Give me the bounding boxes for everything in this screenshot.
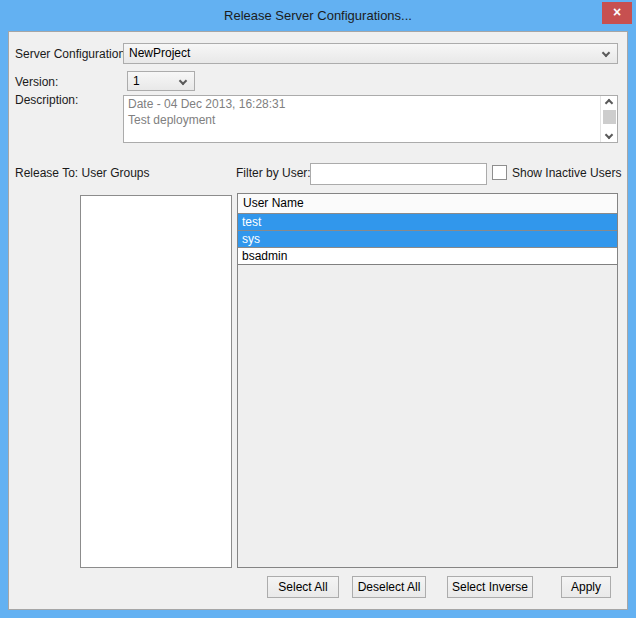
version-label: Version: [15, 75, 58, 89]
scroll-down-button[interactable] [601, 128, 618, 142]
filter-by-user-label: Filter by User: [236, 166, 311, 180]
server-configuration-value: NewProject [129, 46, 190, 60]
server-configuration-label: Server Configuration: [15, 47, 128, 61]
close-button[interactable]: × [602, 2, 632, 24]
release-to-label: Release To: User Groups [15, 166, 150, 180]
dialog-title: Release Server Configurations... [0, 8, 636, 23]
show-inactive-users-checkbox[interactable] [492, 165, 507, 180]
title-bar[interactable]: Release Server Configurations... × [0, 0, 636, 31]
show-inactive-users-label: Show Inactive Users [512, 166, 621, 180]
version-value: 1 [133, 74, 140, 88]
dialog-content: Server Configuration: NewProject Version… [8, 31, 628, 610]
close-icon: × [613, 4, 621, 20]
user-groups-list[interactable] [80, 195, 232, 568]
description-scrollbar[interactable] [600, 96, 617, 142]
chevron-down-icon [605, 131, 613, 139]
description-line-2: Test deployment [124, 112, 617, 128]
apply-button[interactable]: Apply [561, 576, 611, 598]
description-label: Description: [15, 93, 78, 107]
chevron-down-icon [602, 49, 610, 57]
scroll-up-button[interactable] [601, 96, 618, 110]
user-table[interactable]: User Name test sys bsadmin [237, 193, 618, 568]
release-server-configurations-dialog: Release Server Configurations... × Serve… [0, 0, 636, 618]
table-row[interactable]: sys [238, 231, 617, 248]
version-dropdown[interactable]: 1 [127, 71, 195, 91]
deselect-all-button[interactable]: Deselect All [352, 576, 426, 598]
scrollbar-thumb[interactable] [603, 110, 616, 124]
description-line-1: Date - 04 Dec 2013, 16:28:31 [124, 96, 617, 112]
select-inverse-button[interactable]: Select Inverse [447, 576, 533, 598]
filter-by-user-input[interactable] [310, 163, 487, 185]
description-textarea[interactable]: Date - 04 Dec 2013, 16:28:31 Test deploy… [123, 95, 618, 143]
select-all-button[interactable]: Select All [267, 576, 339, 598]
chevron-down-icon [179, 77, 187, 85]
user-name-column-header[interactable]: User Name [238, 194, 617, 214]
table-row[interactable]: bsadmin [238, 248, 617, 265]
table-row[interactable]: test [238, 214, 617, 231]
server-configuration-dropdown[interactable]: NewProject [123, 43, 618, 64]
chevron-up-icon [605, 99, 613, 107]
